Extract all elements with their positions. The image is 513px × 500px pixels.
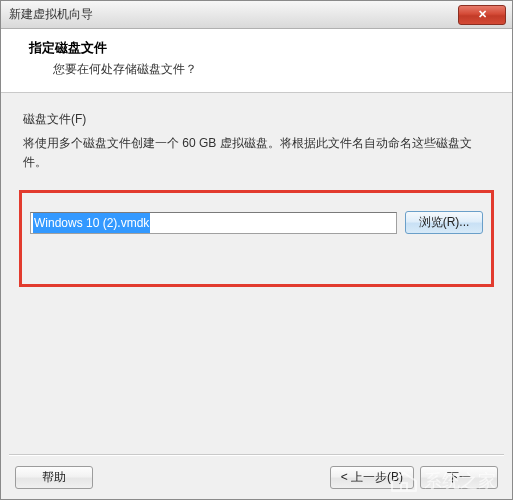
back-button[interactable]: < 上一步(B) — [330, 466, 414, 489]
disk-file-description: 将使用多个磁盘文件创建一个 60 GB 虚拟磁盘。将根据此文件名自动命名这些磁盘… — [23, 134, 490, 172]
help-button-label: 帮助 — [42, 469, 66, 486]
file-row: Windows 10 (2).vmdk 浏览(R)... — [30, 211, 483, 234]
close-icon: ✕ — [478, 8, 487, 21]
window-title: 新建虚拟机向导 — [9, 6, 93, 23]
wizard-footer: 帮助 < 上一步(B) 下一 — [1, 466, 512, 489]
wizard-window: 新建虚拟机向导 ✕ 指定磁盘文件 您要在何处存储磁盘文件？ 磁盘文件(F) 将使… — [0, 0, 513, 500]
wizard-content: 磁盘文件(F) 将使用多个磁盘文件创建一个 60 GB 虚拟磁盘。将根据此文件名… — [1, 93, 512, 297]
footer-right-group: < 上一步(B) 下一 — [330, 466, 498, 489]
help-button[interactable]: 帮助 — [15, 466, 93, 489]
footer-divider — [9, 454, 504, 455]
page-title: 指定磁盘文件 — [29, 39, 496, 57]
close-button[interactable]: ✕ — [458, 5, 506, 25]
highlight-annotation: Windows 10 (2).vmdk 浏览(R)... — [19, 190, 494, 287]
browse-button[interactable]: 浏览(R)... — [405, 211, 483, 234]
back-button-label: < 上一步(B) — [341, 469, 403, 486]
next-button[interactable]: 下一 — [420, 466, 498, 489]
page-subtitle: 您要在何处存储磁盘文件？ — [53, 61, 496, 78]
disk-file-input[interactable]: Windows 10 (2).vmdk — [30, 212, 397, 234]
titlebar: 新建虚拟机向导 ✕ — [1, 1, 512, 29]
next-button-label: 下一 — [447, 469, 471, 486]
disk-file-value: Windows 10 (2).vmdk — [33, 213, 150, 233]
browse-button-label: 浏览(R)... — [419, 214, 470, 231]
disk-file-label: 磁盘文件(F) — [23, 111, 490, 128]
wizard-header: 指定磁盘文件 您要在何处存储磁盘文件？ — [1, 29, 512, 93]
